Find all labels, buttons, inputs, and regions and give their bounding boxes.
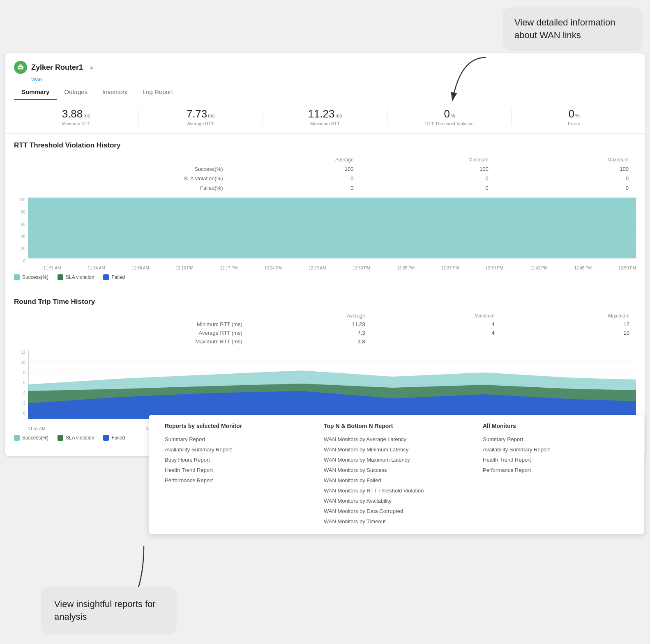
sla-svg: [28, 198, 636, 263]
arrow-top-right-icon: [428, 53, 494, 108]
table-row: Minimum RTT (ms) 11.23 4 12: [14, 320, 636, 329]
reports-col-all-monitors-title: All Monitors: [483, 423, 628, 429]
legend-sla-box: [58, 274, 63, 280]
report-item[interactable]: WAN Monitors by Success: [324, 465, 469, 475]
rtt-legend-sla-box: [58, 435, 63, 441]
tab-inventory[interactable]: Inventory: [95, 84, 135, 100]
sla-chart-area: 11:51 AM 11:54 AM 11:58 AM 12:13 PM 12:1…: [28, 198, 636, 270]
reports-col-all-monitors: All Monitors Summary Report Availability…: [476, 423, 635, 527]
table-row: Success(%) 100 100 100: [14, 164, 636, 174]
violation-table: Average Minimum Maximum Success(%) 100 1…: [14, 155, 636, 193]
tabs-bar: Summary Outages Inventory Log Report: [5, 84, 645, 100]
report-item[interactable]: Busy Hours Report: [165, 455, 310, 465]
tab-outages[interactable]: Outages: [57, 84, 95, 100]
svg-point-3: [20, 67, 21, 68]
table-row: Failed(%) 0 0 0: [14, 183, 636, 193]
svg-point-2: [19, 67, 20, 68]
tooltip-wan-links: View detailed information about WAN link…: [503, 7, 643, 51]
stat-avg-rtt: 7.73ms Average RTT: [138, 108, 263, 126]
table-row: Average RTT (ms) 7.3 4 10: [14, 329, 636, 337]
report-item[interactable]: Performance Report: [483, 465, 628, 475]
legend-success: Success(%): [14, 274, 48, 280]
router-icon: [14, 61, 27, 74]
tab-summary[interactable]: Summary: [14, 84, 57, 100]
report-item[interactable]: WAN Monitors by RTT Threshold Violation: [324, 485, 469, 496]
report-item[interactable]: Availability Summary Report: [165, 444, 310, 455]
rtt-legend-success-box: [14, 435, 20, 441]
report-item[interactable]: Health Trend Report: [483, 455, 628, 465]
rtt-y-axis: 12 10 8 6 4 2 0: [14, 350, 28, 416]
report-item[interactable]: Summary Report: [165, 434, 310, 444]
tab-log-report[interactable]: Log Report: [135, 84, 180, 100]
card-header: Zylker Router1 ≡: [5, 53, 645, 76]
report-item[interactable]: WAN Monitors by Minimum Latency: [324, 444, 469, 455]
rtt-svg: [28, 350, 636, 424]
report-item[interactable]: Performance Report: [165, 475, 310, 485]
stat-threshold: 0% RTT Threshold Violation: [387, 108, 512, 126]
legend-failed-box: [103, 274, 109, 280]
report-item[interactable]: Health Trend Report: [165, 465, 310, 475]
stat-errors: 0% Errors: [512, 108, 636, 126]
sla-legend: Success(%) SLA violation Failed: [14, 274, 636, 280]
rtt-table: Average Minimum Maximum Minimum RTT (ms)…: [14, 312, 636, 346]
stat-min-rtt: 3.88ms Minimum RTT: [14, 108, 138, 126]
report-item[interactable]: WAN Monitors by Average Latency: [324, 434, 469, 444]
sla-chart: 100 80 60 40 20 0 11:: [14, 198, 636, 270]
report-item[interactable]: WAN Monitors by Failed: [324, 475, 469, 485]
rtt-legend-failed-box: [103, 435, 109, 441]
rtt-legend-success: Success(%): [14, 435, 48, 441]
report-item[interactable]: Availability Summary Report: [483, 444, 628, 455]
tooltip-reports: View insightful reports for analysis: [41, 587, 177, 634]
sla-x-labels: 11:51 AM 11:54 AM 11:58 AM 12:13 PM 12:1…: [28, 266, 636, 270]
stats-row: 3.88ms Minimum RTT 7.73ms Average RTT 11…: [5, 100, 645, 134]
report-item[interactable]: Summary Report: [483, 434, 628, 444]
svg-point-4: [21, 67, 22, 68]
report-item[interactable]: WAN Monitors by Maximum Latency: [324, 455, 469, 465]
svg-rect-1: [19, 64, 22, 67]
legend-sla-violation: SLA violation: [58, 274, 94, 280]
sla-y-axis: 100 80 60 40 20 0: [14, 198, 28, 263]
report-item[interactable]: WAN Monitors by Timeout: [324, 516, 469, 527]
rtt-violation-title: RTT Threshold Violation History: [14, 141, 636, 150]
table-row: Maximum RTT (ms) 3.8: [14, 337, 636, 346]
report-item[interactable]: WAN Monitors by Availability: [324, 496, 469, 506]
reports-popup: Reports by selected Monitor Summary Repo…: [149, 415, 644, 534]
reports-col-selected-monitor: Reports by selected Monitor Summary Repo…: [158, 423, 317, 527]
rtt-legend-sla: SLA violation: [58, 435, 94, 441]
rtt-legend-failed: Failed: [103, 435, 125, 441]
wan-label: Wan: [22, 76, 645, 83]
reports-col-top-n-title: Top N & Bottom N Report: [324, 423, 469, 429]
router-name: Zylker Router1: [31, 63, 83, 72]
svg-rect-5: [28, 198, 636, 258]
rtt-history-title: Round Trip Time History: [14, 298, 636, 306]
stat-max-rtt: 11.23ms Maximum RTT: [263, 108, 387, 126]
legend-success-box: [14, 274, 20, 280]
menu-icon[interactable]: ≡: [90, 64, 93, 71]
reports-col-top-n: Top N & Bottom N Report WAN Monitors by …: [317, 423, 476, 527]
report-item[interactable]: WAN Monitors by Data Corrupted: [324, 506, 469, 516]
rtt-violation-section: RTT Threshold Violation History Average …: [14, 141, 636, 280]
main-card: Zylker Router1 ≡ Wan Summary Outages Inv…: [5, 53, 645, 456]
table-row: SLA violation(%) 0 0 0: [14, 174, 636, 183]
legend-failed: Failed: [103, 274, 125, 280]
reports-col-selected-monitor-title: Reports by selected Monitor: [165, 423, 310, 429]
